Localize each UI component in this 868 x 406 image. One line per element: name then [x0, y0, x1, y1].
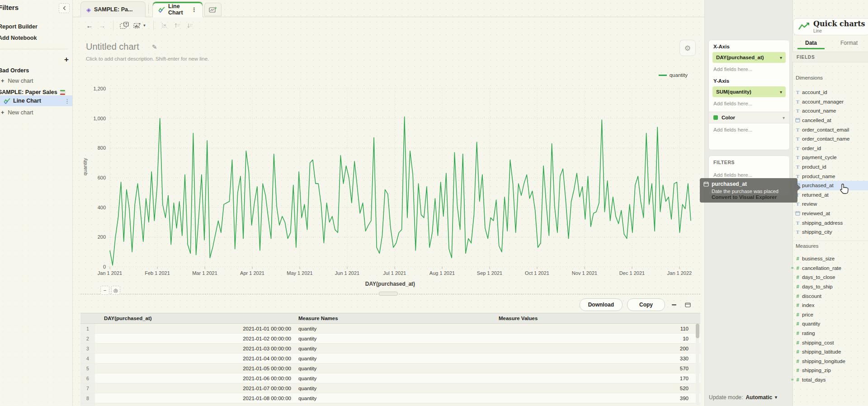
number-type-icon: # — [795, 302, 801, 308]
y-axis-add-fields-dropzone[interactable]: Add fields here... — [713, 101, 785, 106]
field-order_contact_email[interactable]: Torder_contact_email — [792, 125, 868, 134]
tab-format[interactable]: Format — [830, 37, 868, 49]
download-button[interactable]: Download — [580, 298, 623, 311]
table-row[interactable]: 82021-01-08 00:00:00quantity390 — [80, 393, 700, 403]
field-business_size[interactable]: #business_size — [792, 254, 868, 264]
table-row[interactable]: 62021-01-06 00:00:00quantity170 — [80, 373, 700, 383]
field-shipping_cost[interactable]: #shipping_cost — [792, 338, 868, 347]
series-line-quantity[interactable] — [110, 117, 691, 265]
scrollbar-thumb[interactable] — [696, 324, 699, 338]
field-shipping_address[interactable]: Tshipping_address — [792, 218, 868, 227]
sort-ascending-button[interactable] — [171, 19, 184, 31]
convert-to-visual-explorer-action[interactable]: Convert to Visual Explorer — [712, 194, 794, 200]
add-app-button[interactable]: + — [64, 55, 69, 64]
field-returned_at[interactable]: Treturned_at — [792, 190, 868, 200]
swap-axes-button[interactable] — [158, 19, 171, 31]
remove-chart-type-dropdown[interactable]: × ▼ — [131, 19, 149, 31]
dimensions-label: Dimensions — [796, 75, 823, 80]
field-order_id[interactable]: Torder_id — [792, 144, 868, 153]
table-row[interactable]: 22021-01-02 00:00:00quantity10 — [80, 334, 700, 344]
table-scrollbar[interactable] — [696, 324, 699, 405]
field-rating[interactable]: #rating — [792, 329, 868, 338]
sidebar-item-bad-orders[interactable]: Bad Orders — [0, 65, 72, 76]
line-chart-plot[interactable]: Jan 1 2021Feb 1 2021Mar 1 2021Apr 1 2021… — [85, 85, 695, 281]
item-menu-icon[interactable]: ⋮ — [64, 98, 70, 104]
tab-line-chart[interactable]: Line Chart ⋮ — [152, 1, 203, 17]
y-axis-field-pill[interactable]: SUM(quantity) ▾ — [712, 86, 786, 97]
tab-menu-icon[interactable]: ⋮ — [191, 6, 197, 13]
tooltip-field-name: purchased_at — [712, 181, 747, 187]
field-days_to_close[interactable]: #days_to_close — [792, 273, 868, 282]
copy-button[interactable]: Copy — [627, 298, 665, 311]
sidebar-item-new-chart-2[interactable]: + New chart — [0, 108, 72, 118]
copy-to-new-cell-button[interactable]: + — [118, 19, 131, 31]
zoom-reset-button[interactable]: ◎ — [111, 286, 120, 295]
chart-title[interactable]: Untitled chart — [86, 42, 139, 52]
table-cell: 2021-01-08 00:00:00 — [95, 396, 294, 401]
zoom-out-button[interactable]: − — [100, 286, 109, 295]
field-index[interactable]: #index — [792, 301, 868, 310]
tab-sample-paper-sales[interactable]: ◈ SAMPLE: Pa... — [80, 1, 146, 17]
field-order_contact_name[interactable]: Torder_contact_name — [792, 134, 868, 144]
column-header-measure-values[interactable]: Measure Values — [494, 316, 700, 321]
table-row[interactable]: 92021-01-09 00:00:00quantity100 — [80, 403, 700, 406]
chart-description-placeholder[interactable]: Click to add chart description. Shift-en… — [86, 56, 209, 61]
field-shipping_city[interactable]: Tshipping_city — [792, 227, 868, 237]
tab-data[interactable]: Data — [792, 37, 830, 49]
new-tab-button[interactable]: + — [204, 3, 222, 16]
table-row[interactable]: 72021-01-07 00:00:00quantity520 — [80, 383, 700, 393]
field-account_id[interactable]: Taccount_id — [792, 88, 868, 97]
field-shipping_zip[interactable]: #shipping_zip — [792, 366, 868, 375]
field-cancelled_at[interactable]: cancelled_at — [792, 116, 868, 125]
field-review[interactable]: Treview — [792, 199, 868, 209]
table-row[interactable]: 12021-01-01 00:00:00quantity110 — [80, 324, 700, 334]
field-label: index — [802, 302, 815, 308]
y-axis-ticks: 02004006008001,0001,200 — [93, 86, 106, 269]
field-product_name[interactable]: Tproduct_name — [792, 171, 868, 181]
field-price[interactable]: #price — [792, 310, 868, 320]
cell-resize-handle[interactable] — [379, 292, 398, 296]
collapse-sidebar-button[interactable] — [59, 3, 70, 13]
table-cell: 110 — [494, 326, 700, 331]
x-axis-add-fields-dropzone[interactable]: Add fields here... — [713, 66, 785, 72]
field-days_to_ship[interactable]: #days_to_ship — [792, 282, 868, 292]
column-header-measure-names[interactable]: Measure Names — [294, 316, 494, 321]
field-total_days[interactable]: =#total_days — [792, 375, 868, 385]
filters-add-fields-dropzone[interactable]: Add fields here... — [713, 172, 785, 178]
sidebar-item-new-chart-1[interactable]: + New chart — [0, 76, 72, 86]
table-row[interactable]: 32021-01-03 00:00:00quantity200 — [80, 344, 700, 354]
field-account_name[interactable]: Taccount_name — [792, 106, 868, 116]
field-discount[interactable]: #discount — [792, 291, 868, 301]
collapse-table-button[interactable] — [670, 301, 679, 308]
sidebar-item-report-builder[interactable]: Report Builder — [0, 24, 38, 30]
forward-button[interactable]: → — [96, 19, 108, 31]
table-cell: 330 — [494, 356, 700, 361]
table-row[interactable]: 42021-01-04 00:00:00quantity330 — [80, 354, 700, 364]
left-sidebar: Filters Report Builder Add Notebook + Ba… — [0, 0, 73, 406]
field-cancellation_rate[interactable]: =#cancellation_rate — [792, 264, 868, 273]
sidebar-item-line-chart[interactable]: Line Chart ⋮ — [0, 95, 72, 106]
table-row[interactable]: 52021-01-05 00:00:00quantity570 — [80, 364, 700, 373]
number-type-icon: # — [795, 349, 801, 354]
field-shipping_latitude[interactable]: #shipping_latitude — [792, 347, 868, 357]
field-quantity[interactable]: #quantity — [792, 319, 868, 329]
column-header-day-purchased-at[interactable]: DAY(purchased_at) — [95, 316, 294, 321]
svg-text:600: 600 — [98, 175, 106, 180]
field-payment_cycle[interactable]: Tpayment_cycle — [792, 153, 868, 162]
sort-descending-button[interactable] — [184, 19, 196, 31]
sidebar-item-add-notebook[interactable]: Add Notebook — [0, 35, 37, 41]
chart-settings-button[interactable]: ⚙ — [679, 40, 696, 56]
purple-layers-icon: ◈ — [86, 6, 91, 13]
field-shipping_longitude[interactable]: #shipping_longitude — [792, 357, 868, 366]
back-button[interactable]: ← — [83, 19, 96, 31]
x-axis-field-pill[interactable]: DAY(purchased_at) ▾ — [712, 52, 786, 63]
color-add-fields-dropzone[interactable]: Add fields here... — [713, 127, 785, 132]
field-account_manager[interactable]: Taccount_manager — [792, 97, 868, 107]
update-mode-select[interactable]: Update mode: Automatic ▼ — [709, 394, 788, 401]
field-product_id[interactable]: Tproduct_id — [792, 162, 868, 172]
field-reviewed_at[interactable]: reviewed_at — [792, 209, 868, 218]
field-purchased_at[interactable]: purchased_at — [792, 181, 868, 190]
color-section-header[interactable]: Color ▾ — [709, 112, 789, 123]
edit-title-pencil-icon[interactable]: ✎ — [152, 43, 157, 51]
expand-table-button[interactable] — [683, 301, 692, 308]
